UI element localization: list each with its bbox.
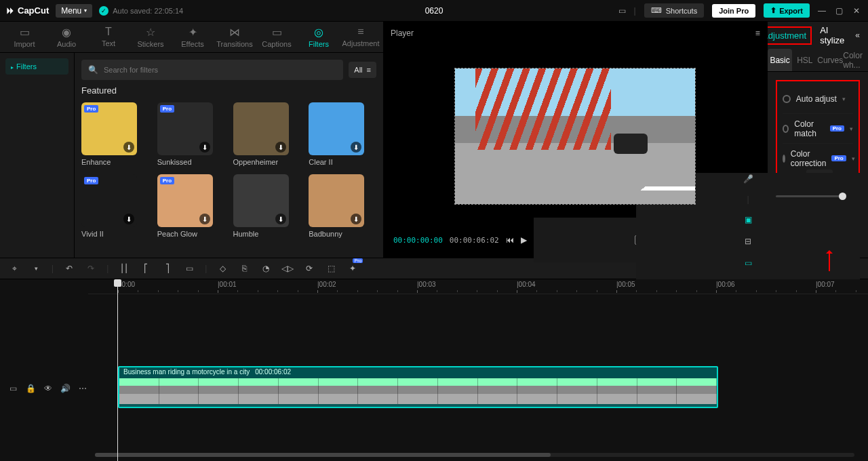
magnet-link-icon[interactable]: ⊟ xyxy=(742,235,754,247)
track-collapse-icon[interactable]: ▭ xyxy=(8,382,19,395)
player-viewport[interactable] xyxy=(455,68,695,204)
chevron-down-icon[interactable]: ▾ xyxy=(30,262,42,275)
magnet-main-icon[interactable]: ▣ xyxy=(742,214,754,226)
enhance-icon[interactable]: ✦Pro xyxy=(347,262,359,275)
adjust-slider[interactable] xyxy=(776,195,846,197)
join-pro-button[interactable]: Join Pro xyxy=(712,4,755,18)
download-icon[interactable]: ⬇ xyxy=(275,214,286,224)
track-controls: ▭ 🔒 👁 🔊 ⋯ xyxy=(0,294,88,461)
redo-icon[interactable]: ↷ xyxy=(85,262,97,275)
app-logo: CapCut xyxy=(5,5,49,16)
split-icon[interactable]: ⎮⎮ xyxy=(118,262,130,275)
chevron-down-icon[interactable]: ▾ xyxy=(850,125,853,132)
subtab-hsl[interactable]: HSL xyxy=(792,49,817,71)
tab-stickers[interactable]: ☆Stickers xyxy=(130,21,171,52)
filter-card[interactable]: ⬇Badbunny xyxy=(309,174,376,238)
track-mute-icon[interactable]: 🔊 xyxy=(60,382,71,395)
filter-all-button[interactable]: All ≡ xyxy=(349,62,376,78)
marker-icon[interactable]: ◇ xyxy=(216,262,229,275)
download-icon[interactable]: ⬇ xyxy=(123,142,134,153)
track-visible-icon[interactable]: 👁 xyxy=(43,382,54,395)
minimize-icon[interactable]: ― xyxy=(818,6,827,16)
chevron-down-icon[interactable]: ▾ xyxy=(842,96,846,102)
import-icon: ▭ xyxy=(20,26,30,39)
tab-import[interactable]: ▭Import xyxy=(4,21,45,52)
download-icon[interactable]: ⬇ xyxy=(275,142,286,153)
duplicate-icon[interactable]: ⎘ xyxy=(238,262,250,275)
track-more-icon[interactable]: ⋯ xyxy=(77,382,88,395)
autosave-status: ✓ Auto saved: 22:05:14 xyxy=(99,6,183,16)
collapse-icon[interactable]: « xyxy=(855,31,860,40)
prev-frame-icon[interactable]: ⏮ xyxy=(506,235,514,245)
track-area[interactable]: ✎ Business man riding a motorcycle in a … xyxy=(88,294,868,461)
tab-ai-stylize[interactable]: AI stylize xyxy=(820,25,844,45)
snap-icon[interactable]: ▭ xyxy=(742,257,754,269)
toggle-icon[interactable] xyxy=(783,125,789,133)
adjust-row-color-match[interactable]: Color matchPro▾ xyxy=(783,114,853,144)
rotate-icon[interactable]: ⟳ xyxy=(303,262,315,275)
filter-card[interactable]: ⬇Humble xyxy=(233,174,301,238)
chevron-down-icon[interactable]: ▾ xyxy=(852,155,855,162)
layout-icon[interactable]: ▭ xyxy=(618,6,626,16)
subtab-basic[interactable]: Basic xyxy=(768,49,793,71)
close-icon[interactable]: ✕ xyxy=(853,6,863,16)
search-input[interactable]: 🔍 xyxy=(81,60,343,80)
tab-text[interactable]: TText xyxy=(88,21,129,52)
tab-effects[interactable]: ✦Effects xyxy=(172,21,213,52)
play-icon[interactable]: ▶ xyxy=(521,235,527,245)
tab-audio[interactable]: ◉Audio xyxy=(46,21,87,52)
timecode-current: 00:00:00:00 xyxy=(393,236,443,245)
pointer-tool-icon[interactable]: ⌖ xyxy=(8,262,20,275)
adjust-row-auto-adjust[interactable]: Auto adjust▾ xyxy=(783,84,853,114)
delete-icon[interactable]: ▭ xyxy=(183,262,195,275)
toggle-icon[interactable] xyxy=(783,155,785,163)
menu-button[interactable]: Menu▾ xyxy=(56,4,92,18)
download-icon[interactable]: ⬇ xyxy=(351,214,361,224)
trim-right-icon[interactable]: ⎤ xyxy=(161,262,174,275)
filter-card[interactable]: Pro⬇Sunkissed xyxy=(157,102,225,166)
track-lock-icon[interactable]: 🔒 xyxy=(26,382,37,395)
subtab-curves[interactable]: Curves xyxy=(817,49,843,71)
maximize-icon[interactable]: ▢ xyxy=(835,6,845,16)
tab-adjustment[interactable]: ≡Adjustment xyxy=(340,21,381,52)
video-clip[interactable]: Business man riding a motorcycle in a ci… xyxy=(118,366,718,408)
filter-card[interactable]: ⬇Clear II xyxy=(309,102,376,166)
filters-icon: ◎ xyxy=(314,26,323,39)
tab-transitions[interactable]: ⋈Transitions xyxy=(214,21,255,52)
shortcuts-button[interactable]: ⌨ Shortcuts xyxy=(644,3,704,18)
toggle-icon[interactable] xyxy=(783,95,791,103)
playhead[interactable] xyxy=(117,279,118,461)
filter-card[interactable]: ⬇Oppenheimer xyxy=(233,102,301,166)
check-icon: ✓ xyxy=(99,6,108,16)
sidebar-item-filters[interactable]: ▸Filters xyxy=(5,58,68,75)
upload-icon: ⬆ xyxy=(770,6,776,15)
mirror-icon[interactable]: ◁▷ xyxy=(281,262,294,275)
tab-filters[interactable]: ◎Filters xyxy=(298,21,339,52)
filter-card[interactable]: Pro⬇Enhance xyxy=(81,102,149,166)
download-icon[interactable]: ⬇ xyxy=(199,142,210,153)
download-icon[interactable]: ⬇ xyxy=(199,214,210,224)
export-button[interactable]: ⬆ Export xyxy=(764,3,810,18)
ruler-tick: |00:07 xyxy=(816,281,835,288)
player-title: Player xyxy=(391,28,414,38)
speed-icon[interactable]: ◔ xyxy=(260,262,272,275)
undo-icon[interactable]: ↶ xyxy=(63,262,75,275)
stickers-icon: ☆ xyxy=(146,26,155,39)
trim-left-icon[interactable]: ⎡ xyxy=(140,262,152,275)
filter-card[interactable]: Pro⬇Vivid II xyxy=(81,174,149,238)
download-icon[interactable]: ⬇ xyxy=(351,142,361,153)
mic-icon[interactable]: 🎤 xyxy=(742,173,754,185)
crop-tool-icon[interactable]: ⬚ xyxy=(325,262,337,275)
filter-label: Peach Glow xyxy=(157,230,225,238)
media-tabs: ▭Import◉AudioTText☆Stickers✦Effects⋈Tran… xyxy=(0,22,383,53)
tab-adjustment[interactable]: Adjustment xyxy=(768,29,809,42)
tab-captions[interactable]: ▭Captions xyxy=(256,21,297,52)
timeline-scrollbar[interactable] xyxy=(95,453,854,457)
ruler-tick: |00:06 xyxy=(716,281,735,288)
clip-duration: 00:00:06:02 xyxy=(255,368,291,378)
timeline-ruler[interactable]: 00:00|00:01|00:02|00:03|00:04|00:05|00:0… xyxy=(88,279,868,294)
subtab-color-wh-[interactable]: Color wh... xyxy=(843,49,868,71)
download-icon[interactable]: ⬇ xyxy=(123,214,134,224)
player-menu-icon[interactable]: ≡ xyxy=(755,28,760,38)
filter-card[interactable]: Pro⬇Peach Glow xyxy=(157,174,225,238)
